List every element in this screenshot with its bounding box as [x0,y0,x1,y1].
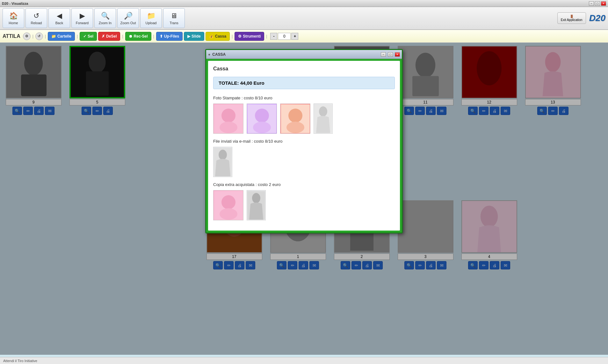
desel-label: DeSel [106,34,117,39]
trans-button[interactable]: 🖥 Trans [163,8,185,28]
separator-5: | [153,34,154,39]
zoom-in-label: Zoom In [99,21,112,25]
home-icon: 🏠 [9,12,18,20]
sel-icon: ✓ [83,34,86,39]
section1-photo-1 [213,103,243,134]
counter-minus-button[interactable]: - [270,33,277,40]
exit-label: Exit Application [561,18,583,22]
status-text: Attendi il Tiro Initiative [3,359,37,363]
home-label: Home [9,21,18,25]
cassa-minimize-button[interactable]: − [381,52,386,57]
separator-3: | [77,34,78,39]
separator-7: | [266,34,267,39]
back-icon: ◀ [57,12,62,20]
cartelle-button[interactable]: 📁 Cartelle [48,32,75,41]
zoom-in-icon: 🔍 [101,12,110,20]
section3-photos [213,190,395,220]
sel-button[interactable]: ✓ Sel [80,32,97,41]
svg-point-36 [319,106,327,117]
reload-button[interactable]: ↺ Reload [25,8,47,28]
zoom-in-button[interactable]: 🔍 Zoom In [94,8,116,28]
separator-2: | [45,34,46,39]
window-controls: − □ ✕ [589,1,606,6]
cartelle-icon: 📁 [51,34,56,39]
up-files-button[interactable]: ⬆ Up-Files [156,32,183,41]
section1-photo-2 [247,103,277,134]
section1-photo-3 [280,103,310,134]
minimize-button[interactable]: − [589,1,594,6]
reload-label: Reload [31,21,42,25]
trans-icon: 🖥 [170,12,177,20]
cassa-titlebar: ● CASSA − □ ✕ [206,50,402,59]
section1-photo-4 [314,103,333,134]
title-bar: D20 - Visualizza − □ ✕ [0,0,608,7]
toolbar: 🏠 Home ↺ Reload ◀ Back ▶ Forward 🔍 Zoom … [0,7,608,30]
main-content: 9 🔍 ✏ 🖨 ✉ 5 🔍 ✏ 🖨 [0,43,608,355]
section2-photo-1 [213,147,232,177]
rec-sel-icon: ⏺ [129,34,133,39]
zoom-out-label: Zoom Out [120,21,136,25]
cassa-button[interactable]: 💰 Cassa [206,32,230,41]
svg-point-33 [288,109,302,123]
cartelle-label: Cartelle [57,34,71,39]
maximize-button[interactable]: □ [595,1,600,6]
section3-photo-2 [247,190,266,220]
section1-label: Foto Stampate : costo 8/10 euro [213,96,395,100]
action-bar: ATTILA ⚙ | ↺ | 📁 Cartelle | ✓ Sel ✗ DeSe… [0,30,608,43]
slide-button[interactable]: ▶ Slide [184,32,204,41]
zoom-out-button[interactable]: 🔎 Zoom Out [117,8,139,28]
status-bar: Attendi il Tiro Initiative [0,357,608,364]
upload-button[interactable]: 📁 Upload [140,8,162,28]
svg-point-38 [219,150,227,160]
home-button[interactable]: 🏠 Home [3,8,24,28]
back-button[interactable]: ◀ Back [48,8,70,28]
cassa-label: Cassa [215,34,226,39]
sel-label: Sel [88,34,93,39]
cassa-header: Cassa [213,66,395,72]
separator-4: | [122,34,123,39]
svg-point-27 [221,109,235,123]
counter-area: - 0 + [270,33,298,40]
close-button[interactable]: ✕ [601,1,606,6]
totale-box: TOTALE: 44,00 Euro [213,77,395,89]
forward-button[interactable]: ▶ Forward [71,8,93,28]
cassa-window-title: CASSA [212,52,379,57]
svg-point-30 [255,109,269,123]
modal-overlay: ● CASSA − □ ✕ Cassa TOTALE: 44,00 Euro F… [0,43,608,355]
reload-icon: ↺ [33,12,39,20]
forward-icon: ▶ [80,12,85,20]
svg-point-41 [220,208,237,220]
upload-icon: 📁 [147,12,156,20]
strumenti-button[interactable]: ⚙ Strumenti [235,32,264,41]
settings-icon-button[interactable]: ⚙ [23,32,31,40]
d20-logo: D20 [589,13,605,23]
zoom-out-icon: 🔎 [124,12,133,20]
refresh-icon-button[interactable]: ↺ [35,32,43,40]
cassa-icon: 💰 [209,34,214,39]
totale-label: TOTALE: 44,00 Euro [219,80,264,86]
trans-label: Trans [170,21,178,25]
back-label: Back [55,21,63,25]
app-title: D20 - Visualizza [2,2,28,5]
slide-icon: ▶ [187,34,190,39]
section3-photo-1 [213,190,243,220]
rec-sel-label: Rec-Sel [134,34,148,39]
exit-area: 🚪 Exit Application D20 [557,12,605,24]
up-files-label: Up-Files [164,34,179,39]
section3-label: Copia extra acquistata : costo 2 euro [213,182,395,187]
up-files-icon: ⬆ [160,34,163,39]
rec-sel-button[interactable]: ⏺ Rec-Sel [125,32,151,41]
cassa-close-button[interactable]: ✕ [395,52,400,57]
cassa-window: ● CASSA − □ ✕ Cassa TOTALE: 44,00 Euro F… [205,49,403,233]
section1-photos [213,103,395,134]
forward-label: Forward [76,21,89,25]
separator-1: | [33,34,33,39]
exit-button[interactable]: 🚪 Exit Application [557,12,586,24]
svg-point-31 [253,122,271,133]
cassa-maximize-button[interactable]: □ [388,52,393,57]
desel-button[interactable]: ✗ DeSel [98,32,120,41]
section2-label: File inviati via e-mail : costo 8/10 eur… [213,139,395,144]
svg-point-28 [220,122,237,133]
exit-icon: 🚪 [570,15,574,18]
counter-plus-button[interactable]: + [291,33,298,40]
